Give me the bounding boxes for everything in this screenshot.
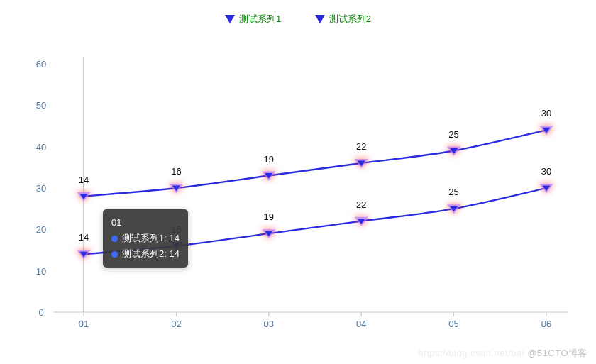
legend-item-series1[interactable]: 测试系列1 <box>225 13 281 26</box>
x-tick-label: 06 <box>541 319 551 329</box>
y-tick-label: 50 <box>36 100 46 111</box>
data-point-label: 30 <box>541 166 551 177</box>
y-tick-label: 0 <box>38 307 43 318</box>
y-tick-label: 20 <box>36 224 46 235</box>
x-tick-label: 05 <box>448 319 458 329</box>
data-point-label: 16 <box>171 224 181 235</box>
line-chart[interactable]: 测试系列1 测试系列2 0102030405060010203040506 14… <box>0 0 596 364</box>
data-point-label: 19 <box>264 154 274 165</box>
data-point-label: 19 <box>264 211 274 222</box>
data-point-label: 22 <box>356 141 366 152</box>
x-tick-label: 01 <box>79 319 89 329</box>
data-point-label: 30 <box>541 108 551 118</box>
y-tick-label: 60 <box>36 59 46 70</box>
watermark-main: @51CTO博客 <box>527 348 587 358</box>
watermark: https://blog.csdn.net/bai@51CTO博客 <box>418 347 587 360</box>
data-point-label: 14 <box>79 175 89 185</box>
data-point-label: 16 <box>171 166 181 177</box>
legend-item-series2[interactable]: 测试系列2 <box>315 13 371 26</box>
legend: 测试系列1 测试系列2 <box>0 13 596 26</box>
x-tick-label: 04 <box>356 319 366 329</box>
legend-label-1: 测试系列1 <box>239 13 281 26</box>
x-tick-label: 02 <box>171 319 181 329</box>
y-tick-label: 40 <box>36 141 46 152</box>
data-point-label: 25 <box>448 129 458 140</box>
chart-canvas <box>0 0 596 364</box>
data-point-label: 22 <box>356 199 366 210</box>
y-tick-label: 30 <box>36 183 46 194</box>
triangle-marker-icon <box>225 15 235 23</box>
triangle-marker-icon <box>315 15 325 23</box>
data-point-label: 25 <box>448 187 458 197</box>
legend-label-2: 测试系列2 <box>329 13 371 26</box>
data-point-label: 14 <box>79 232 89 243</box>
y-tick-label: 10 <box>36 265 46 276</box>
x-tick-label: 03 <box>264 319 274 329</box>
watermark-url: https://blog.csdn.net/bai <box>418 348 524 358</box>
